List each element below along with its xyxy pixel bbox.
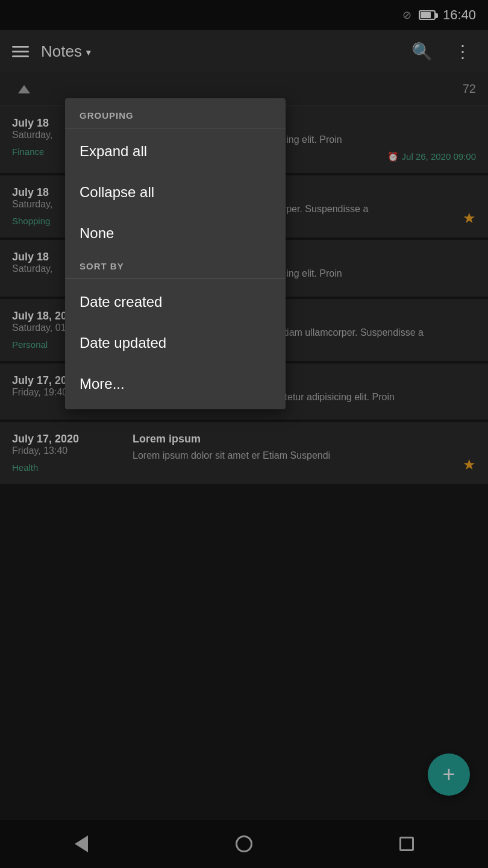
dropdown-menu: GROUPING Expand all Collapse all None SO… — [65, 98, 286, 409]
divider-2 — [65, 278, 286, 279]
collapse-all-item[interactable]: Collapse all — [65, 172, 286, 213]
sort-by-section-label: SORT BY — [65, 254, 286, 276]
grouping-section-label: GROUPING — [65, 103, 286, 125]
none-item[interactable]: None — [65, 213, 286, 254]
date-created-item[interactable]: Date created — [65, 281, 286, 322]
expand-all-item[interactable]: Expand all — [65, 131, 286, 172]
date-updated-item[interactable]: Date updated — [65, 322, 286, 363]
more-item[interactable]: More... — [65, 363, 286, 404]
divider-1 — [65, 128, 286, 128]
